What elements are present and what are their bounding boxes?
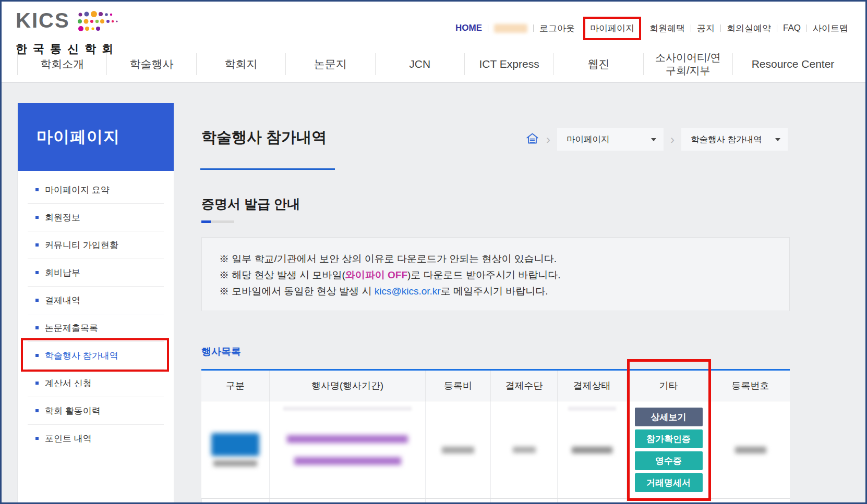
- page-title: 학술행사 참가내역: [201, 127, 327, 148]
- utility-faq-link[interactable]: FAQ: [777, 23, 806, 33]
- sidebar-item-payments[interactable]: 결제내역: [28, 287, 164, 314]
- utility-reservation-link[interactable]: 회의실예약: [721, 22, 777, 34]
- utility-benefit-link[interactable]: 회원혜택: [644, 22, 691, 34]
- email-link[interactable]: kics@kics.or.kr: [375, 286, 441, 297]
- nav-item-society[interactable]: 소사이어티/연구회/지부: [643, 53, 732, 75]
- chevron-right-icon: ›: [546, 133, 550, 146]
- col-header-type: 구분: [201, 371, 269, 401]
- event-list-title: 행사목록: [201, 345, 241, 359]
- col-header-event-name: 행사명(행사기간): [269, 371, 425, 401]
- nav-item-ict-express[interactable]: ICT Express: [464, 53, 553, 75]
- title-underline: [200, 168, 335, 170]
- guide-title-accent-bar: [201, 220, 234, 223]
- mypage-sidebar: 마이페이지 마이페이지 요약 회원정보 커뮤니티 가입현황 회비납부 결제내역 …: [17, 103, 174, 504]
- cell-registration-no-blurred: [711, 401, 790, 498]
- chevron-right-icon: ›: [670, 133, 675, 146]
- breadcrumb: › 마이페이지 › 학술행사 참가내역: [525, 128, 788, 151]
- certificate-guide-title: 증명서 발급 안내: [201, 195, 300, 213]
- cell-payment-status-blurred: [557, 401, 626, 498]
- sidebar-item-summary[interactable]: 마이페이지 요약: [28, 176, 164, 204]
- logo-wordmark: KICS: [16, 10, 70, 31]
- kics-mypage-screen: KICS 한국통신학회 H: [0, 0, 867, 504]
- utility-mypage-link[interactable]: 마이페이지: [590, 23, 634, 33]
- breadcrumb-select-mypage[interactable]: 마이페이지: [557, 128, 664, 151]
- sidebar-item-points[interactable]: 포인트 내역: [28, 425, 164, 452]
- event-name-blurred: [287, 435, 408, 443]
- col-header-etc: 기타: [626, 371, 711, 401]
- chevron-down-icon: [775, 138, 780, 141]
- certificate-notice-box: ※ 일부 학교/기관에서 보안 상의 이유로 다운로드가 안되는 현상이 있습니…: [201, 237, 790, 311]
- nav-item-about[interactable]: 학회소개: [17, 53, 106, 75]
- notice-line-2: ※ 해당 현상 발생 시 모바일(와이파이 OFF)로 다운로드 받아주시기 바…: [219, 267, 789, 283]
- bullet-icon: [35, 271, 39, 274]
- utility-mypage-highlight: 마이페이지: [583, 17, 641, 40]
- bullet-icon: [35, 437, 39, 440]
- utility-logout-link[interactable]: 로그아웃: [534, 22, 581, 34]
- cell-fee-blurred: [425, 401, 490, 498]
- transaction-statement-button[interactable]: 거래명세서: [635, 473, 703, 492]
- bullet-icon: [35, 354, 39, 357]
- nav-item-resource-center[interactable]: Resource Center: [732, 53, 853, 75]
- sidebar-item-event-participation[interactable]: 학술행사 참가내역: [28, 342, 164, 370]
- sidebar-item-activity-history[interactable]: 학회 활동이력: [28, 397, 164, 425]
- nav-item-webzine[interactable]: 웹진: [553, 53, 643, 75]
- utility-nav: HOME 로그아웃 마이페이지 회원혜택 공지 회의실예약 FAQ 사이트맵: [450, 16, 854, 40]
- sidebar-item-paper-submissions[interactable]: 논문제출목록: [28, 314, 164, 342]
- bullet-icon: [35, 299, 39, 302]
- nav-item-events[interactable]: 학술행사: [106, 53, 196, 75]
- utility-home-link[interactable]: HOME: [450, 23, 488, 33]
- cell-etc-actions: 상세보기 참가확인증 영수증 거래명세서: [626, 401, 711, 498]
- top-header: KICS 한국통신학회 H: [2, 2, 865, 83]
- bullet-icon: [35, 409, 39, 412]
- event-type-badge-blurred: [211, 433, 259, 456]
- sidebar-item-community[interactable]: 커뮤니티 가입현황: [28, 231, 164, 259]
- divider: [488, 24, 488, 32]
- col-header-registration-no: 등록번호: [711, 371, 790, 401]
- receipt-button[interactable]: 영수증: [635, 451, 703, 470]
- bullet-icon: [35, 243, 39, 247]
- table-row: 상세보기 참가확인증 영수증 거래명세서: [201, 401, 790, 499]
- col-header-payment-status: 결제상태: [557, 371, 626, 401]
- col-header-payment-method: 결제수단: [490, 371, 557, 401]
- utility-sitemap-link[interactable]: 사이트맵: [807, 22, 854, 34]
- event-table: 구분 행사명(행사기간) 등록비 결제수단 결제상태 기타 등록번호: [201, 369, 790, 504]
- bullet-icon: [35, 382, 39, 385]
- bullet-icon: [35, 216, 39, 219]
- main-nav: 학회소개 학술행사 학회지 논문지 JCN ICT Express 웹진 소사이…: [17, 48, 853, 80]
- sidebar-item-invoice-request[interactable]: 계산서 신청: [28, 370, 164, 397]
- utility-notice-link[interactable]: 공지: [691, 22, 720, 34]
- notice-line-1: ※ 일부 학교/기관에서 보안 상의 이유로 다운로드가 안되는 현상이 있습니…: [219, 251, 789, 267]
- sidebar-title: 마이페이지: [18, 103, 174, 171]
- sidebar-item-member-info[interactable]: 회원정보: [28, 204, 164, 231]
- bullet-icon: [35, 188, 39, 191]
- participation-certificate-button[interactable]: 참가확인증: [635, 429, 703, 448]
- event-table-header: 구분 행사명(행사기간) 등록비 결제수단 결제상태 기타 등록번호: [201, 371, 790, 401]
- chevron-down-icon: [651, 138, 656, 141]
- event-type-text-blurred: [213, 460, 257, 466]
- table-row-partial: [201, 499, 790, 504]
- bullet-icon: [35, 326, 39, 329]
- sidebar-item-dues[interactable]: 회비납부: [28, 259, 164, 287]
- cell-type-blurred: [201, 401, 269, 498]
- col-header-fee: 등록비: [425, 371, 490, 401]
- nav-item-papers[interactable]: 논문지: [285, 53, 375, 75]
- nav-item-jcn[interactable]: JCN: [375, 53, 464, 75]
- notice-line-3: ※ 모바일에서 동일한 현상 발생 시 kics@kics.or.kr로 메일주…: [219, 283, 789, 299]
- user-name-blurred: [494, 24, 527, 33]
- sidebar-menu: 마이페이지 요약 회원정보 커뮤니티 가입현황 회비납부 결제내역 논문제출목록…: [18, 171, 174, 452]
- event-period-blurred: [294, 457, 401, 465]
- cell-event-name-blurred: [269, 401, 425, 498]
- breadcrumb-select-event-participation[interactable]: 학술행사 참가내역: [681, 128, 788, 151]
- wifi-off-emphasis: 와이파이 OFF: [345, 269, 407, 280]
- nav-item-journal[interactable]: 학회지: [196, 53, 285, 75]
- cell-payment-method-blurred: [490, 401, 557, 498]
- home-icon[interactable]: [525, 131, 539, 147]
- logo-dots-icon: [76, 10, 144, 37]
- detail-view-button[interactable]: 상세보기: [635, 408, 703, 426]
